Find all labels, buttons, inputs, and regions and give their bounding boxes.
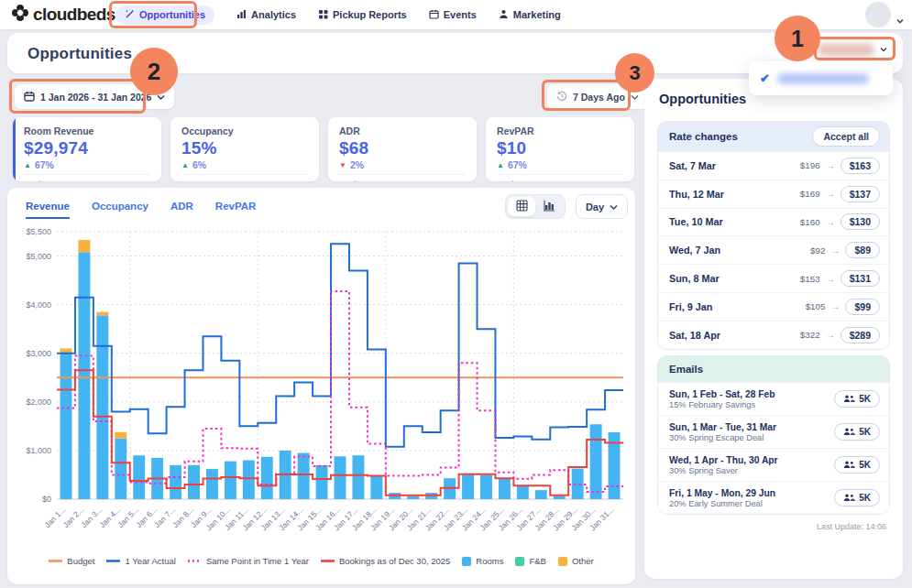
svg-text:$5,500: $5,500 (26, 227, 51, 236)
arrow-right-icon: → (826, 160, 835, 170)
nav-item-opportunities[interactable]: Opportunities (115, 5, 214, 25)
chevron-down-icon (610, 201, 618, 212)
rate-new-price-button[interactable]: $131 (841, 270, 880, 287)
rate-old-price: $169 (800, 189, 820, 199)
cloudbeds-logo[interactable]: cloudbeds (11, 4, 115, 26)
table-view-button[interactable] (508, 197, 535, 216)
rate-new-price-button[interactable]: $130 (841, 213, 880, 230)
kpi-value: 15% (181, 138, 308, 158)
nav-item-analytics[interactable]: Analytics (236, 9, 296, 21)
rate-date: Fri, 9 Jan (669, 301, 712, 312)
page-title: Opportunities (27, 45, 132, 63)
rate-old-price: $160 (800, 217, 820, 227)
kpi-value: $68 (339, 138, 466, 158)
annotation-circle-2: 2 (130, 48, 178, 95)
compare-period-value: 7 Days Ago (573, 92, 625, 103)
rate-date: Thu, 12 Mar (669, 189, 724, 200)
check-icon: ✔ (760, 71, 770, 85)
rate-date: Tue, 10 Mar (669, 216, 723, 227)
bar-chart-icon (236, 9, 247, 21)
legend-item[interactable]: Same Point in Time 1 Year (188, 556, 309, 566)
nav-item-events[interactable]: Events (429, 9, 477, 21)
rate-change-row: Wed, 7 Jan $92→$89 (658, 235, 889, 264)
rate-new-price-button[interactable]: $99 (845, 299, 880, 315)
email-count: 5K (859, 427, 871, 437)
svg-text:$0: $0 (42, 495, 51, 504)
view-toggle-group (505, 194, 566, 219)
kpi-delta-value: 67% (508, 159, 527, 170)
email-dates: Wed, 1 Apr - Thu, 30 Apr (669, 455, 778, 465)
email-audience-button[interactable]: 5K (834, 456, 880, 474)
delta-up-icon: ▲ (181, 161, 189, 169)
table-icon (516, 199, 528, 215)
svg-text:$2,000: $2,000 (26, 397, 51, 407)
rate-change-row: Fri, 9 Jan $105→$99 (658, 292, 889, 321)
kpi-delta-value: 6% (192, 159, 206, 170)
email-dates: Sun, 1 Mar - Tue, 31 Mar (669, 422, 776, 432)
legend-item[interactable]: F&B (515, 556, 545, 566)
email-dates: Sun, 1 Feb - Sat, 28 Feb (669, 389, 775, 399)
rate-date: Sun, 8 Mar (669, 273, 720, 284)
legend-item[interactable]: Bookings as of Dec 30, 2025 (321, 556, 450, 566)
bar-chart-icon (544, 199, 555, 215)
annotation-circle-1: 1 (775, 16, 820, 61)
people-icon (843, 395, 855, 403)
chart-view-button[interactable] (535, 197, 563, 216)
avatar-caret-icon[interactable] (896, 11, 904, 27)
property-selector-button[interactable] (818, 39, 893, 59)
granularity-dropdown[interactable]: Day (576, 194, 628, 219)
kpi-previous-value: 7D $6 (497, 179, 623, 181)
nav-item-pickup-reports[interactable]: Pickup Reports (318, 9, 407, 21)
arrow-right-icon: → (826, 217, 835, 227)
rate-new-price-button[interactable]: $289 (841, 327, 880, 343)
nav-label-pickup-reports: Pickup Reports (333, 9, 407, 20)
email-dates: Fri, 1 May - Mon, 29 Jun (669, 488, 775, 498)
svg-text:$5,000: $5,000 (26, 252, 51, 261)
email-audience-button[interactable]: 5K (834, 423, 880, 441)
cloudbeds-logo-icon (11, 4, 29, 26)
date-range-value: 1 Jan 2026 - 31 Jan 2026 (40, 92, 151, 103)
rate-old-price: $153 (800, 274, 820, 284)
revenue-chart[interactable]: $0$1,000$2,000$3,000$4,000$5,000$5,500Ja… (13, 224, 631, 552)
tab-revpar[interactable]: RevPAR (215, 201, 257, 219)
granularity-value: Day (586, 201, 604, 212)
annotation-circle-3: 3 (615, 53, 654, 93)
email-deal: 20% Early Summer Deal (669, 499, 775, 508)
kpi-card-room-revenue: Room Revenue $29,974 ▲67% 7D $17,987 (13, 117, 161, 181)
person-icon (499, 9, 509, 21)
legend-item[interactable]: Rooms (462, 556, 503, 566)
people-icon (843, 428, 855, 436)
tab-occupancy[interactable]: Occupancy (92, 201, 148, 219)
email-audience-button[interactable]: 5K (834, 390, 880, 408)
tab-revenue[interactable]: Revenue (26, 201, 70, 219)
rate-date: Sat, 7 Mar (669, 160, 716, 171)
kpi-label: RevPAR (497, 125, 623, 136)
rate-new-price-button[interactable]: $89 (845, 242, 880, 258)
arrow-right-icon: → (826, 274, 835, 284)
rate-new-price-button[interactable]: $163 (841, 158, 880, 174)
user-avatar[interactable] (865, 2, 891, 27)
rate-new-price-button[interactable]: $137 (841, 186, 880, 202)
people-icon (843, 494, 855, 502)
property-selector-menu: ✔ (749, 61, 893, 95)
delta-up-icon: ▲ (24, 161, 31, 169)
arrow-right-icon: → (830, 245, 840, 256)
arrow-right-icon: → (826, 189, 835, 199)
rate-change-row: Sat, 18 Apr $322→$289 (658, 321, 889, 349)
tab-adr[interactable]: ADR (170, 201, 193, 219)
legend-item[interactable]: Other (558, 556, 594, 566)
nav-item-marketing[interactable]: Marketing (499, 9, 561, 21)
chevron-down-icon (631, 92, 639, 103)
people-icon (843, 461, 855, 469)
grid-icon (318, 9, 328, 21)
kpi-label: Room Revenue (24, 125, 150, 136)
email-count: 5K (859, 460, 871, 470)
legend-item[interactable]: 1 Year Actual (106, 556, 175, 566)
legend-item[interactable]: Budget (49, 556, 94, 566)
redacted-menu-item[interactable] (777, 73, 869, 84)
accept-all-button[interactable]: Accept all (812, 126, 880, 147)
email-audience-button[interactable]: 5K (834, 489, 880, 506)
rate-date: Wed, 7 Jan (669, 245, 720, 256)
nav-label-opportunities: Opportunities (139, 9, 205, 20)
rate-change-row: Sat, 7 Mar $196→$163 (658, 151, 889, 180)
